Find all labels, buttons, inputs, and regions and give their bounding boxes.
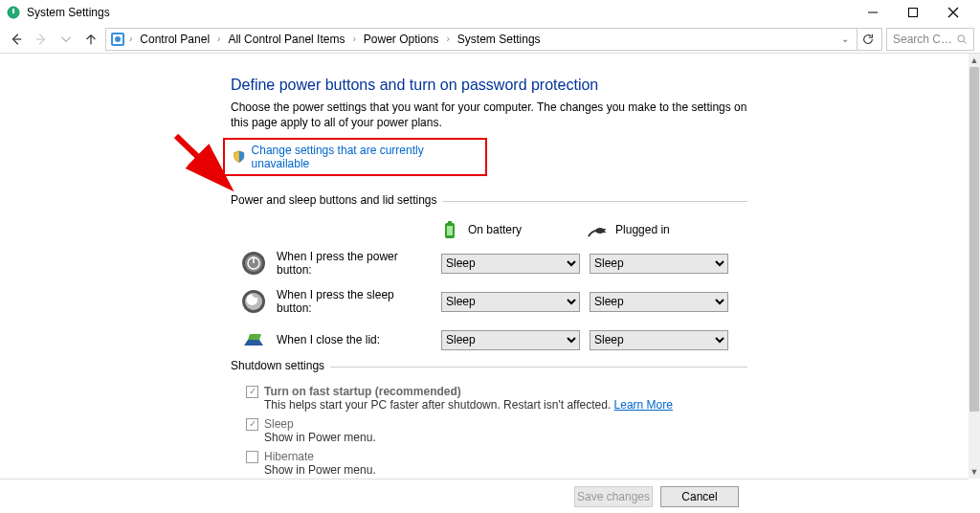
svg-rect-3 bbox=[909, 9, 918, 17]
chevron-down-icon[interactable]: ⌄ bbox=[837, 33, 853, 44]
plug-icon bbox=[587, 219, 608, 240]
sleep-button-battery-select[interactable]: Sleep bbox=[441, 292, 580, 312]
fast-startup-checkbox[interactable] bbox=[246, 386, 258, 398]
svg-rect-14 bbox=[448, 221, 452, 224]
search-placeholder: Search Co... bbox=[893, 33, 956, 46]
breadcrumb-item[interactable]: All Control Panel Items bbox=[224, 33, 348, 46]
shield-icon bbox=[233, 150, 246, 164]
checkbox-label: Sleep bbox=[264, 417, 294, 431]
refresh-button[interactable] bbox=[857, 29, 878, 50]
sleep-icon bbox=[240, 288, 267, 315]
power-button-row: When I press the power button: Sleep Sle… bbox=[231, 250, 747, 277]
breadcrumb-item[interactable]: Control Panel bbox=[136, 33, 213, 46]
cancel-button[interactable]: Cancel bbox=[660, 486, 739, 507]
scroll-thumb[interactable] bbox=[969, 67, 979, 412]
svg-line-25 bbox=[176, 136, 226, 184]
sleep-button-plugged-select[interactable]: Sleep bbox=[590, 292, 728, 312]
recent-dropdown-icon[interactable] bbox=[56, 29, 77, 50]
row-label: When I press the power button: bbox=[277, 250, 432, 277]
maximize-button[interactable] bbox=[900, 3, 926, 22]
bottom-bar: Save changes Cancel bbox=[0, 479, 969, 513]
svg-line-12 bbox=[964, 40, 967, 43]
nav-bar: › Control Panel › All Control Panel Item… bbox=[0, 25, 980, 54]
search-input[interactable]: Search Co... bbox=[886, 28, 974, 51]
svg-rect-17 bbox=[602, 229, 606, 230]
checkbox-description: Show in Power menu. bbox=[264, 463, 747, 477]
checkbox-label: Turn on fast startup (recommended) bbox=[264, 385, 461, 398]
back-button[interactable] bbox=[6, 29, 27, 50]
title-bar: System Settings bbox=[0, 0, 980, 25]
fast-startup-item: Turn on fast startup (recommended) This … bbox=[246, 385, 747, 412]
chevron-right-icon: › bbox=[445, 33, 452, 44]
checkbox-label: Hibernate bbox=[264, 450, 314, 463]
svg-rect-15 bbox=[447, 226, 453, 235]
checkbox-description: Show in Power menu. bbox=[264, 431, 747, 444]
scrollbar[interactable]: ▲ ▼ bbox=[969, 54, 980, 479]
sleep-checkbox[interactable] bbox=[246, 418, 258, 431]
power-button-battery-select[interactable]: Sleep bbox=[441, 254, 580, 274]
power-sleep-section: Power and sleep buttons and lid settings… bbox=[231, 201, 747, 353]
sleep-item: Sleep Show in Power menu. bbox=[246, 417, 747, 444]
hibernate-checkbox[interactable] bbox=[246, 451, 258, 463]
learn-more-link[interactable]: Learn More bbox=[614, 398, 673, 412]
svg-rect-1 bbox=[12, 9, 14, 13]
svg-point-11 bbox=[958, 34, 965, 41]
chevron-right-icon: › bbox=[350, 33, 357, 44]
lid-plugged-select[interactable]: Sleep bbox=[590, 330, 728, 350]
scroll-down-button[interactable]: ▼ bbox=[969, 465, 980, 479]
search-icon bbox=[956, 33, 968, 45]
breadcrumb-item[interactable]: System Settings bbox=[454, 33, 545, 46]
column-header-battery: On battery bbox=[468, 223, 522, 236]
section-legend: Power and sleep buttons and lid settings bbox=[231, 193, 442, 207]
row-label: When I close the lid: bbox=[277, 333, 432, 346]
app-icon bbox=[6, 5, 21, 20]
power-icon bbox=[240, 250, 267, 277]
column-header-plugged: Plugged in bbox=[615, 223, 670, 236]
change-settings-link[interactable]: Change settings that are currently unava… bbox=[252, 144, 478, 170]
chevron-right-icon: › bbox=[127, 33, 134, 44]
svg-point-10 bbox=[115, 36, 121, 42]
close-lid-row: When I close the lid: Sleep Sleep bbox=[231, 326, 747, 353]
scroll-up-button[interactable]: ▲ bbox=[969, 54, 980, 67]
forward-button[interactable] bbox=[31, 29, 52, 50]
save-button[interactable]: Save changes bbox=[574, 486, 653, 507]
minimize-button[interactable] bbox=[859, 3, 886, 22]
address-bar[interactable]: › Control Panel › All Control Panel Item… bbox=[105, 28, 882, 51]
lid-battery-select[interactable]: Sleep bbox=[441, 330, 580, 350]
sleep-button-row: When I press the sleep button: Sleep Sle… bbox=[231, 288, 747, 315]
checkbox-description: This helps start your PC faster after sh… bbox=[264, 398, 747, 412]
row-label: When I press the sleep button: bbox=[277, 288, 432, 315]
svg-rect-18 bbox=[602, 232, 606, 233]
up-button[interactable] bbox=[80, 29, 101, 50]
window-title: System Settings bbox=[27, 6, 110, 19]
laptop-icon bbox=[240, 326, 267, 353]
page-description: Choose the power settings that you want … bbox=[231, 100, 747, 130]
close-button[interactable] bbox=[940, 3, 967, 22]
highlight-annotation: Change settings that are currently unava… bbox=[223, 138, 487, 176]
shutdown-section: Shutdown settings Turn on fast startup (… bbox=[231, 367, 747, 479]
chevron-right-icon: › bbox=[215, 33, 222, 44]
control-panel-icon bbox=[110, 32, 125, 47]
section-legend: Shutdown settings bbox=[231, 359, 330, 372]
svg-point-16 bbox=[595, 228, 605, 234]
page-heading: Define power buttons and turn on passwor… bbox=[231, 77, 747, 94]
power-button-plugged-select[interactable]: Sleep bbox=[590, 254, 728, 274]
breadcrumb-item[interactable]: Power Options bbox=[360, 33, 443, 46]
battery-icon bbox=[439, 219, 460, 240]
hibernate-item: Hibernate Show in Power menu. bbox=[246, 450, 747, 477]
